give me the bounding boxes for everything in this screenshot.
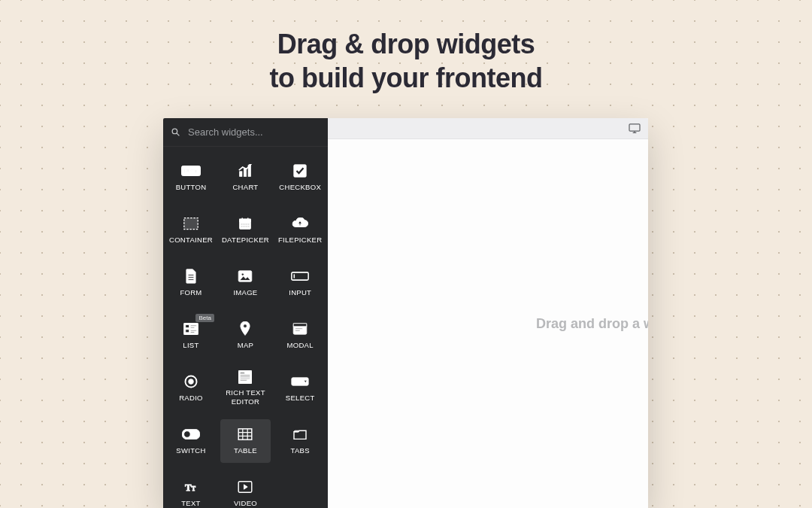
svg-rect-19 (244, 226, 245, 227)
widget-item-text[interactable]: TT TEXT (168, 472, 214, 508)
beta-badge: Beta (195, 314, 214, 322)
checkbox-icon (293, 163, 307, 178)
svg-rect-25 (188, 279, 194, 281)
svg-rect-42 (295, 330, 300, 331)
widget-item-select[interactable]: SELECT (277, 367, 323, 410)
widget-label: MODAL (287, 341, 314, 350)
widget-item-chart[interactable]: CHART (220, 156, 271, 199)
widget-item-checkbox[interactable]: CHECKBOX (277, 156, 323, 199)
widget-label: SELECT (286, 394, 315, 403)
tabs-folder-icon (292, 427, 308, 442)
svg-rect-46 (241, 373, 245, 374)
widget-label: LIST (183, 341, 198, 350)
widget-item-richtext[interactable]: RICH TEXT EDITOR (220, 367, 271, 410)
widget-item-modal[interactable]: MODAL (277, 314, 323, 357)
svg-rect-37 (190, 332, 195, 333)
widget-label: FORM (180, 288, 201, 297)
widget-label: DATEPICKER (222, 236, 269, 245)
rich-text-icon (238, 370, 252, 384)
svg-rect-24 (188, 277, 194, 278)
widget-item-radio[interactable]: RADIO (168, 367, 214, 410)
widget-item-datepicker[interactable]: DATEPICKER (220, 208, 271, 252)
widget-item-list[interactable]: Beta LIST (168, 314, 214, 357)
widget-label: RICH TEXT EDITOR (222, 388, 269, 406)
list-icon (183, 321, 198, 336)
video-play-icon (238, 479, 253, 494)
svg-rect-17 (248, 224, 250, 225)
svg-rect-5 (244, 169, 247, 177)
chart-icon (238, 163, 253, 178)
svg-rect-49 (241, 379, 251, 379)
widget-item-input[interactable]: INPUT (277, 261, 323, 305)
svg-rect-50 (241, 380, 247, 381)
svg-rect-34 (190, 327, 195, 328)
table-icon (238, 427, 253, 442)
canvas[interactable]: Drag and drop a w (328, 139, 648, 508)
svg-rect-15 (244, 224, 245, 225)
container-icon (183, 216, 198, 231)
svg-rect-40 (293, 324, 307, 327)
svg-marker-63 (244, 485, 248, 489)
widget-item-switch[interactable]: SWITCH (168, 419, 214, 463)
widget-label: RADIO (179, 394, 203, 403)
svg-line-1 (177, 133, 179, 135)
canvas-toolbar (328, 118, 648, 139)
widget-grid: SUBMIT BUTTON CHART CHECKBOX (163, 147, 328, 508)
svg-rect-11 (240, 219, 251, 222)
switch-icon (182, 427, 200, 442)
svg-rect-33 (190, 325, 196, 326)
widget-label: TEXT (181, 499, 200, 508)
widget-search-input[interactable] (188, 126, 320, 138)
svg-text:T: T (192, 485, 196, 492)
svg-text:T: T (185, 482, 192, 493)
svg-rect-64 (629, 123, 640, 130)
calendar-icon (238, 216, 252, 231)
svg-rect-32 (186, 324, 189, 327)
widget-label: INPUT (289, 288, 311, 297)
widget-item-container[interactable]: CONTAINER (168, 208, 214, 252)
widget-item-video[interactable]: VIDEO (220, 472, 271, 508)
svg-rect-41 (295, 328, 303, 329)
svg-rect-16 (246, 224, 247, 225)
widget-item-table[interactable]: TABLE (220, 419, 271, 463)
widget-label: SWITCH (176, 446, 205, 455)
widget-label: CHECKBOX (279, 183, 321, 192)
svg-rect-35 (186, 330, 189, 333)
canvas-area: Drag and drop a w (328, 118, 648, 508)
input-icon (291, 269, 309, 284)
desktop-device-icon[interactable] (629, 123, 641, 134)
svg-rect-18 (241, 226, 243, 227)
widget-label: TABLE (234, 446, 257, 455)
widget-label: BUTTON (176, 183, 207, 192)
modal-icon (292, 321, 308, 336)
svg-rect-48 (241, 376, 251, 377)
app-window: SUBMIT BUTTON CHART CHECKBOX (163, 118, 648, 508)
widget-item-image[interactable]: IMAGE (220, 261, 271, 305)
hero-title: Drag & drop widgets to build your fronte… (0, 27, 812, 95)
widget-item-button[interactable]: SUBMIT BUTTON (168, 156, 214, 199)
image-icon (238, 269, 253, 284)
svg-point-38 (244, 324, 247, 328)
hero-line-2: to build your frontend (0, 61, 812, 95)
svg-point-0 (172, 129, 177, 134)
canvas-hint-text: Drag and drop a w (536, 316, 648, 332)
widget-label: VIDEO (234, 499, 257, 508)
svg-point-54 (184, 431, 191, 438)
widget-item-tabs[interactable]: TABS (277, 419, 323, 463)
svg-rect-23 (188, 275, 194, 276)
svg-rect-4 (240, 172, 242, 177)
radio-icon (184, 374, 198, 389)
svg-rect-47 (241, 375, 251, 376)
svg-rect-14 (241, 224, 243, 225)
svg-rect-20 (246, 226, 247, 227)
widget-item-map[interactable]: MAP (220, 314, 271, 357)
svg-rect-9 (184, 218, 198, 230)
widget-label: MAP (238, 341, 254, 350)
widget-label: IMAGE (233, 288, 257, 297)
widget-item-form[interactable]: FORM (168, 261, 214, 305)
widget-label: FILEPICKER (278, 236, 322, 245)
widget-item-filepicker[interactable]: FILEPICKER (277, 208, 323, 252)
svg-text:SUBMIT: SUBMIT (184, 169, 197, 173)
button-icon: SUBMIT (181, 163, 201, 178)
hero-line-1: Drag & drop widgets (0, 27, 812, 61)
